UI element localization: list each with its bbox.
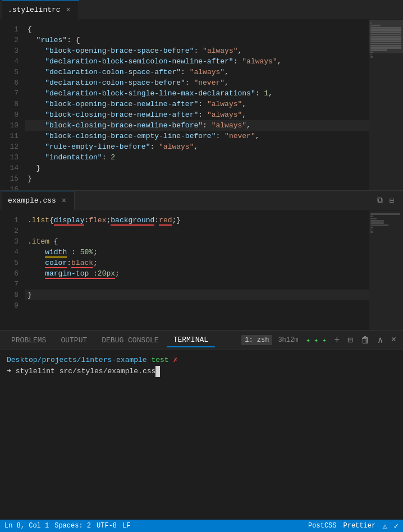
top-minimap	[369, 20, 403, 190]
bottom-tab-bar: example.css × ⧉ ⊟	[0, 191, 403, 210]
split-editor-icon[interactable]: ⧉	[375, 195, 385, 207]
split-terminal-icon[interactable]: ⊟	[345, 333, 355, 347]
tab-output[interactable]: OUTPUT	[54, 334, 94, 347]
code-line-4: "declaration-block-semicolon-newline-aft…	[25, 56, 403, 67]
code-line-5: "declaration-colon-space-after": "always…	[25, 67, 403, 77]
code-line-6: "declaration-colon-space-before": "never…	[25, 77, 403, 88]
bottom-code-area[interactable]: .list{display:flex;background:red;} .ite…	[25, 210, 403, 330]
status-warning-icon[interactable]: ⚠	[382, 521, 387, 531]
code-line-15: }	[25, 173, 403, 184]
top-line-numbers: 12345678910111213141516	[0, 20, 25, 190]
code-line-2	[25, 226, 403, 236]
status-bar: Ln 8, Col 1 Spaces: 2 UTF-8 LF PostCSS P…	[0, 520, 403, 532]
terminal-cross: ✗	[173, 356, 177, 364]
terminal-prompt: ➜	[7, 367, 16, 375]
bottom-editor: example.css × ⧉ ⊟ 123456789 .list{displa…	[0, 191, 403, 330]
top-editor: .stylelintrc × 12345678910111213141516 {…	[0, 0, 403, 191]
bottom-editor-body: 123456789 .list{display:flex;background:…	[0, 210, 403, 330]
examplecss-tab[interactable]: example.css ×	[2, 191, 75, 210]
terminal-path: Desktop/projects/linters-example	[7, 356, 147, 364]
status-left: Ln 8, Col 1 Spaces: 2 UTF-8 LF	[4, 522, 130, 530]
code-line-7	[25, 279, 403, 290]
code-line-3: .item {	[25, 236, 403, 247]
code-line-13: "indentation": 2	[25, 152, 403, 163]
code-line-4: width : 50%;	[25, 247, 403, 258]
terminal-command: stylelint src/styles/example.css	[16, 367, 156, 375]
stylelintrc-close-icon[interactable]: ×	[64, 6, 73, 15]
terminal-branch: test	[151, 356, 173, 364]
top-tab-bar: .stylelintrc ×	[0, 0, 403, 20]
code-line-9	[25, 300, 403, 311]
delete-terminal-icon[interactable]: 🗑	[359, 334, 372, 347]
code-line-3: "block-opening-brace-space-before": "alw…	[25, 45, 403, 56]
status-language[interactable]: PostCSS	[308, 522, 336, 530]
top-code-area[interactable]: { "rules": { "block-opening-brace-space-…	[25, 20, 403, 190]
code-line-6: margin-top :20px;	[25, 268, 403, 279]
code-line-1: .list{display:flex;background:red;}	[25, 215, 403, 226]
bottom-minimap	[369, 210, 403, 330]
time-display: 3h12m	[276, 335, 300, 345]
maximize-panel-icon[interactable]: ∧	[375, 333, 386, 347]
terminal-cursor	[155, 366, 160, 377]
add-terminal-icon[interactable]: +	[332, 334, 342, 346]
terminal-dots: ✦ ✦ ✦	[304, 335, 328, 346]
status-right: PostCSS Prettier ⚠ ✓	[308, 521, 399, 531]
code-line-16	[25, 184, 403, 190]
code-line-9: "block-closing-brace-newline-after": "al…	[25, 109, 403, 120]
close-panel-icon[interactable]: ×	[388, 334, 399, 346]
stylelintrc-tab-label: .stylelintrc	[8, 6, 61, 14]
status-spaces[interactable]: Spaces: 2	[54, 522, 91, 530]
terminal-line-2: ➜ stylelint src/styles/example.css	[7, 366, 396, 377]
code-line-11: "block-closing-brace-empty-line-before":…	[25, 131, 403, 141]
tab-actions: ⧉ ⊟	[375, 195, 401, 207]
top-editor-body: 12345678910111213141516 { "rules": { "bl…	[0, 20, 403, 190]
tab-debug-console[interactable]: DEBUG CONSOLE	[95, 334, 165, 347]
layout-icon[interactable]: ⊟	[387, 195, 396, 207]
tab-terminal[interactable]: TERMINAL	[167, 333, 215, 347]
bottom-line-numbers: 123456789	[0, 210, 25, 330]
code-line-14: }	[25, 163, 403, 173]
status-formatter[interactable]: Prettier	[344, 522, 376, 530]
code-line-1: {	[25, 24, 403, 35]
code-line-8: "block-opening-brace-newline-after": "al…	[25, 99, 403, 109]
examplecss-close-icon[interactable]: ×	[59, 196, 68, 205]
panel-tab-bar: PROBLEMS OUTPUT DEBUG CONSOLE TERMINAL 1…	[0, 331, 403, 350]
examplecss-tab-label: example.css	[8, 196, 56, 205]
stylelintrc-tab[interactable]: .stylelintrc ×	[2, 0, 79, 20]
code-line-10: "block-closing-brace-newline-before": "a…	[25, 120, 403, 131]
tab-problems[interactable]: PROBLEMS	[4, 334, 53, 347]
terminal-line-1: Desktop/projects/linters-example test ✗	[7, 355, 396, 366]
status-ln-col[interactable]: Ln 8, Col 1	[4, 522, 49, 530]
code-line-2: "rules": {	[25, 35, 403, 45]
code-line-5: color:black;	[25, 258, 403, 268]
code-line-12: "rule-empty-line-before": "always",	[25, 141, 403, 152]
code-line-8: }	[25, 290, 403, 300]
panel-actions: 1: zsh 3h12m ✦ ✦ ✦ + ⊟ 🗑 ∧ ×	[241, 333, 399, 347]
status-encoding[interactable]: UTF-8	[97, 522, 117, 530]
status-check-icon[interactable]: ✓	[394, 521, 399, 531]
terminal-select[interactable]: 1: zsh	[241, 335, 272, 345]
code-line-7: "declaration-block-single-line-max-decla…	[25, 88, 403, 99]
panel: PROBLEMS OUTPUT DEBUG CONSOLE TERMINAL 1…	[0, 330, 403, 520]
status-eol[interactable]: LF	[122, 522, 130, 530]
terminal-content[interactable]: Desktop/projects/linters-example test ✗ …	[0, 350, 403, 520]
